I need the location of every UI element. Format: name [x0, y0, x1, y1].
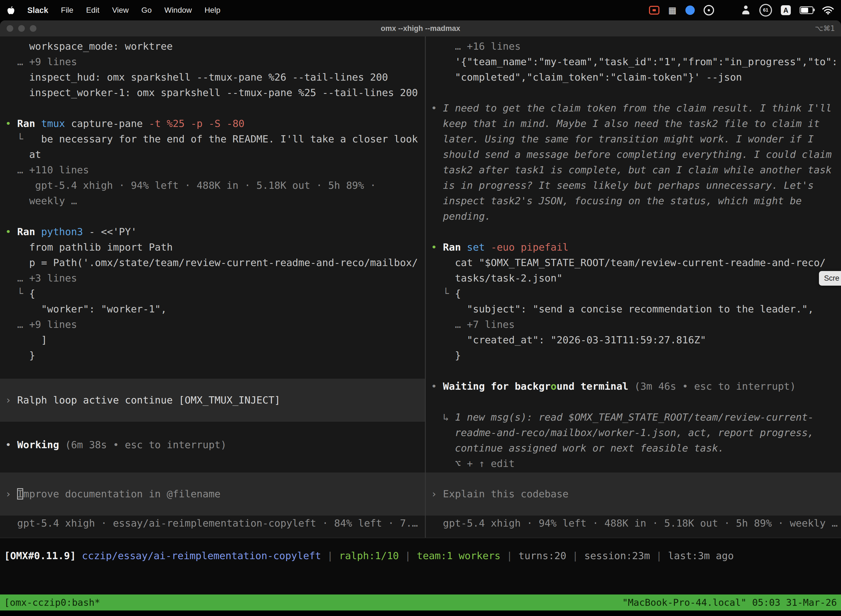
screen: Slack FileEditViewGoWindowHelp ▦ 61 A [0, 0, 841, 616]
prompt-input-band[interactable]: › Explain this codebase [426, 472, 841, 516]
wifi-icon[interactable] [822, 6, 834, 15]
terminal-line: at [0, 147, 425, 162]
text-segment: keep that in mind. Maybe I also need the… [431, 118, 820, 129]
omx-status-line: [OMX#0.11.9] cczip/essay/ai-reimplementa… [0, 548, 841, 563]
prompt-input-band[interactable]: › Ralph loop active continue [OMX_TMUX_I… [0, 378, 425, 422]
terminal-line: "worker": "worker-1", [0, 301, 425, 317]
text-segment: be necessary for the end of the README. … [41, 133, 418, 145]
text-segment: mprove documentation in @filename [23, 488, 220, 500]
pane-left[interactable]: workspace_mode: worktree … +9 lines insp… [0, 37, 425, 538]
terminal-line [0, 209, 425, 224]
terminal-line: weekly … [0, 193, 425, 209]
terminal-line: cat "$OMX_TEAM_STATE_ROOT/team/review-cu… [426, 255, 841, 270]
tmux-session-label: [omx-cczip0:bash* [4, 597, 100, 608]
text-segment: - <<'PY' [89, 226, 136, 238]
text-segment: ↳ [431, 412, 455, 423]
text-segment: › [5, 488, 17, 500]
status-segment: turns:20 [519, 550, 566, 561]
text-segment: Ralph loop active continue [OMX_TMUX_INJ… [17, 395, 280, 406]
terminal-line: is in progress? It seems likely but perh… [426, 178, 841, 193]
menu-bar-left: Slack FileEditViewGoWindowHelp [7, 6, 220, 15]
person-app-icon[interactable] [741, 6, 750, 15]
text-segment: from pathlib import Path [5, 242, 173, 253]
status-segment [76, 550, 82, 561]
text-segment: weekly … [5, 195, 77, 207]
terminal-line: └ be necessary for the end of the README… [0, 131, 425, 147]
pane-right[interactable]: … +16 lines '{"team_name":"my-team","tas… [426, 37, 841, 538]
text-segment: { [455, 288, 461, 299]
terminal-line: … +9 lines [0, 317, 425, 332]
text-segment: Waiting for backgr [443, 381, 551, 392]
apple-logo-icon[interactable] [7, 6, 15, 15]
terminal-line: workspace_mode: worktree [0, 39, 425, 54]
terminal-line: … +16 lines [426, 39, 841, 54]
menu-item-view[interactable]: View [112, 6, 129, 15]
text-segment: Explain this codebase [443, 488, 568, 500]
terminal-line: … +3 lines [0, 270, 425, 286]
menu-item-window[interactable]: Window [164, 6, 192, 15]
battery-icon[interactable] [800, 6, 813, 14]
terminal-line: } [0, 348, 425, 363]
menu-item-file[interactable]: File [61, 6, 73, 15]
text-segment: "completed","claim_token":"claim-token"}… [431, 72, 742, 83]
menu-bar-status-icons: ▦ 61 A [649, 4, 834, 16]
blue-app-icon[interactable] [686, 6, 695, 15]
terminal-line: from pathlib import Path [0, 239, 425, 255]
terminal-line [426, 85, 841, 100]
prompt-input-band[interactable]: › Improve documentation in @filename [0, 472, 425, 516]
terminal-line: gpt-5.4 xhigh · 94% left · 488K in · 5.1… [426, 516, 841, 531]
text-segment: "created_at": "2026-03-31T11:59:27.816Z" [431, 334, 706, 346]
status-segment: session:23m [584, 550, 650, 561]
terminal-line [426, 224, 841, 239]
text-segment: … +110 lines [5, 164, 89, 176]
terminal-line: inspect_worker-1: omx sparkshell --tmux-… [0, 85, 425, 100]
minimize-button[interactable] [18, 25, 25, 32]
menu-app-name[interactable]: Slack [27, 6, 48, 15]
terminal-line: gpt-5.4 xhigh · essay/ai-reimplementatio… [0, 516, 425, 531]
text-segment: • [431, 381, 443, 392]
menu-item-help[interactable]: Help [204, 6, 220, 15]
status-segment: | [321, 550, 339, 561]
window-shortcut-hint: ⌥⌘1 [815, 21, 835, 37]
status-segment: cczip/essay/ai-reimplementation-copyleft [82, 550, 321, 561]
terminal-line [426, 363, 841, 378]
circle-app-icon[interactable] [703, 5, 714, 15]
text-segment: gpt-5.4 xhigh · essay/ai-reimplementatio… [5, 518, 418, 529]
terminal-line: } [426, 348, 841, 363]
terminal-line: ] [0, 332, 425, 348]
terminal-line: • Ran set -euo pipefail [426, 239, 841, 255]
terminal-panes: workspace_mode: worktree … +9 lines insp… [0, 37, 841, 538]
text-segment: inspect_hud: omx sparkshell --tmux-pane … [5, 72, 388, 83]
terminal-line [0, 453, 425, 468]
traffic-lights [7, 21, 37, 37]
text-segment: (6m 38s • esc to interrupt) [65, 439, 227, 450]
text-segment: } [431, 350, 461, 361]
dots-grid-icon[interactable] [723, 5, 732, 15]
menu-item-edit[interactable]: Edit [86, 6, 99, 15]
zoom-button[interactable] [30, 25, 37, 32]
close-button[interactable] [7, 25, 13, 32]
text-segment: I need to get the claim token from the c… [443, 103, 832, 114]
status-segment: [OMX#0.11.9] [4, 550, 76, 561]
text-segment: '{"team_name":"my-team","task_id":"1","f… [431, 56, 838, 67]
text-segment: (3m 46s • esc to interrupt) [634, 381, 796, 392]
text-cursor: I [17, 488, 23, 500]
text-segment: • [5, 118, 17, 129]
screen-edge-overlay[interactable]: Scre [819, 271, 841, 286]
terminal-line: tasks/task-2.json" [426, 270, 841, 286]
input-source-icon[interactable]: A [781, 5, 791, 15]
text-segment: └ [5, 288, 29, 299]
text-segment: cat "$OMX_TEAM_STATE_ROOT/team/review-cu… [431, 257, 826, 268]
grid-app-icon[interactable]: ▦ [668, 5, 677, 15]
text-segment: Working [17, 439, 65, 450]
terminal-line: ⌥ + ↑ edit [426, 456, 841, 471]
text-segment: -euo pipefail [491, 242, 568, 253]
text-segment: set [467, 242, 491, 253]
screen-recording-icon[interactable] [649, 6, 659, 15]
menu-item-go[interactable]: Go [141, 6, 151, 15]
text-segment: • [5, 439, 17, 450]
bottom-strip [0, 610, 841, 616]
battery-percent-badge[interactable]: 61 [759, 4, 772, 16]
text-segment: continue assigned work or next feasible … [431, 442, 724, 454]
terminal-line: inspect_hud: omx sparkshell --tmux-pane … [0, 70, 425, 85]
